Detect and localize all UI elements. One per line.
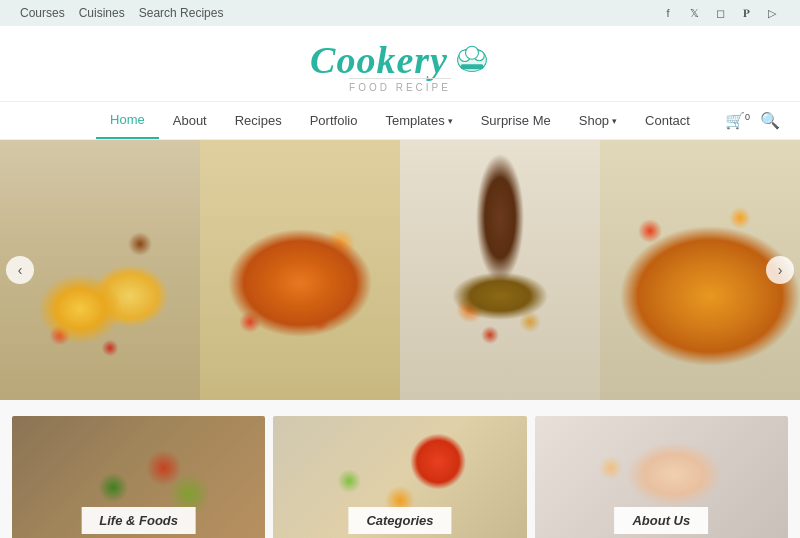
hero-image-2 [200, 140, 400, 400]
top-bar: Courses Cuisines Search Recipes f 𝕏 ◻ 𝐏 … [0, 0, 800, 26]
card-life-foods[interactable]: Life & Foods [12, 416, 265, 538]
nav-shop[interactable]: Shop ▾ [565, 103, 631, 138]
bottom-cards: Life & Foods Categories About Us [0, 400, 800, 538]
nav-recipes[interactable]: Recipes [221, 103, 296, 138]
pinterest-icon[interactable]: 𝐏 [738, 5, 754, 21]
logo-subtitle: FOOD RECIPE [349, 78, 451, 93]
hero-image-3 [400, 140, 600, 400]
hero-slider: ‹ › [0, 140, 800, 400]
logo-text: Cookery [310, 38, 448, 82]
nav-icons: 🛒0 🔍 [725, 111, 780, 130]
twitter-icon[interactable]: 𝕏 [686, 5, 702, 21]
cart-icon[interactable]: 🛒0 [725, 111, 750, 130]
card-label-categories: Categories [348, 507, 451, 534]
slider-arrow-right[interactable]: › [766, 256, 794, 284]
card-label-about-us: About Us [614, 507, 708, 534]
card-about-us[interactable]: About Us [535, 416, 788, 538]
top-bar-social: f 𝕏 ◻ 𝐏 ▷ [660, 5, 780, 21]
nav-templates[interactable]: Templates ▾ [371, 103, 466, 138]
top-link-cuisines[interactable]: Cuisines [79, 6, 125, 20]
nav-contact[interactable]: Contact [631, 103, 704, 138]
card-categories[interactable]: Categories [273, 416, 526, 538]
chevron-down-icon: ▾ [448, 116, 453, 126]
search-icon[interactable]: 🔍 [760, 111, 780, 130]
instagram-icon[interactable]: ◻ [712, 5, 728, 21]
logo-title[interactable]: Cookery [310, 38, 490, 82]
top-link-courses[interactable]: Courses [20, 6, 65, 20]
slider-arrow-left[interactable]: ‹ [6, 256, 34, 284]
main-nav: Home About Recipes Portfolio Templates ▾… [0, 101, 800, 140]
logo-area: Cookery FOOD RECIPE [0, 26, 800, 101]
nav-about[interactable]: About [159, 103, 221, 138]
nav-portfolio[interactable]: Portfolio [296, 103, 372, 138]
nav-surprise[interactable]: Surprise Me [467, 103, 565, 138]
youtube-icon[interactable]: ▷ [764, 5, 780, 21]
chevron-down-icon: ▾ [612, 116, 617, 126]
card-label-life-foods: Life & Foods [81, 507, 196, 534]
chef-hat-icon [454, 45, 490, 75]
cart-count: 0 [745, 112, 750, 122]
top-link-search[interactable]: Search Recipes [139, 6, 224, 20]
svg-rect-4 [460, 64, 483, 69]
nav-home[interactable]: Home [96, 102, 159, 139]
svg-point-3 [465, 46, 478, 59]
facebook-icon[interactable]: f [660, 5, 676, 21]
nav-links: Home About Recipes Portfolio Templates ▾… [20, 102, 780, 139]
top-bar-links[interactable]: Courses Cuisines Search Recipes [20, 6, 223, 20]
